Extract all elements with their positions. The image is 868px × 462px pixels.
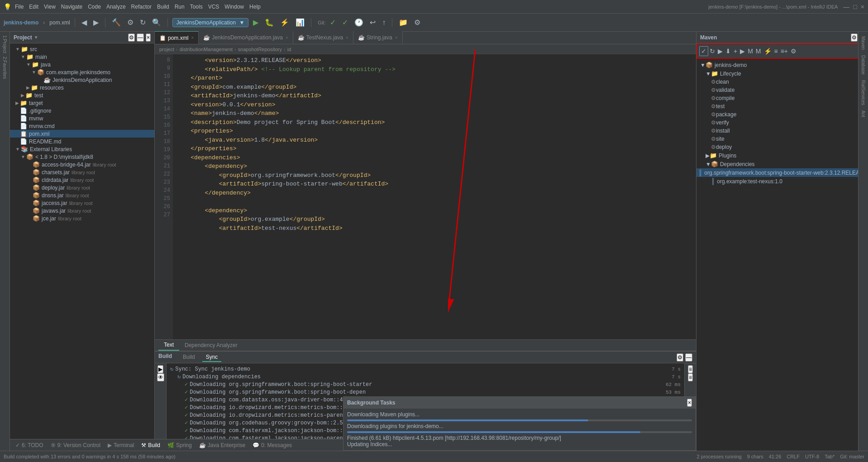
window-controls[interactable]: — □ × [843,3,864,10]
ant-side-tab[interactable]: Ant [860,108,867,120]
menu-navigate[interactable]: Navigate [61,4,82,10]
mvn-list2-btn[interactable]: ≡+ [779,47,789,56]
tab-close[interactable]: × [395,35,398,40]
mvn-site[interactable]: ⚙ site [696,135,868,143]
code-editor[interactable]: 8 9 10 11 12 13 14 15 16 17 18 19 20 21 … [155,54,696,339]
menu-run[interactable]: Run [175,4,185,10]
tree-item-jar-charsets[interactable]: ▶ 📦 charsets.jar library root [10,168,154,176]
mvn-download-btn[interactable]: ⬇ [724,47,732,56]
menu-tools[interactable]: Tools [190,4,203,10]
breadcrumb-item-project[interactable]: project [159,47,174,52]
mvn-skip-btn[interactable]: M [754,47,763,56]
tab-close[interactable]: × [191,35,194,40]
git-push[interactable]: ↑ [380,18,387,28]
menu-bar[interactable]: File Edit View Navigate Code Analyze Ref… [15,4,261,10]
mvn-lifecycle-btn[interactable]: ▶ [716,47,724,56]
project-dropdown-arrow[interactable]: ▼ [34,35,38,40]
menu-code[interactable]: Code [88,4,101,10]
breadcrumb-item-dist[interactable]: distributionManagement [180,47,233,52]
tree-item-app[interactable]: ▶ ☕ JenkinsDemoApplication [10,76,154,84]
profile-button[interactable]: 📊 [294,17,306,28]
mvn-package[interactable]: ⚙ package [696,110,868,119]
tab-close[interactable]: × [286,35,288,40]
build-right-btn2[interactable]: ≡ [688,373,693,381]
tree-item-jar-cldrdata[interactable]: ▶ 📦 cldrdata.jar library root [10,176,154,184]
maximize-button[interactable]: □ [853,3,857,10]
menu-analyze[interactable]: Analyze [106,4,126,10]
tree-item-jar-dnsns[interactable]: ▶ 📦 dnsns.jar library root [10,191,154,199]
text-tab[interactable]: Text [158,340,179,351]
tree-item-pomxml[interactable]: ▶ 📋 pom.xml [10,130,154,138]
build-tab-sync[interactable]: Sync [202,353,222,362]
bp-tab-todo[interactable]: ✓ 6: TODO [12,441,47,449]
tree-item-src[interactable]: ▼ 📁 src [10,45,154,53]
run-button[interactable]: ▶ [251,17,260,28]
tree-item-main[interactable]: ▼ 📁 main [10,53,154,61]
panel-close[interactable]: × [146,33,151,42]
mvn-install[interactable]: ⚙ install [696,127,868,135]
forward-button[interactable]: ▶ [91,17,100,28]
tree-item-jar-jce[interactable]: ▶ 📦 jce.jar library root [10,214,154,222]
menu-help[interactable]: Help [249,4,261,10]
mvn-compile[interactable]: ⚙ compile [696,94,868,102]
code-content[interactable]: <version>2.3.12.RELEASE</version> <relat… [173,54,696,339]
status-processes[interactable]: 2 processes running [697,454,742,459]
database-side-tab[interactable]: Database [860,52,867,77]
mvn-root[interactable]: ▼ 📦 jenkins-demo [696,61,868,69]
bp-tab-terminal[interactable]: ▶ Terminal [104,441,138,449]
tab-string[interactable]: ☕ String.java × [353,31,403,44]
bg-tasks-close[interactable]: × [687,399,692,407]
mvn-list-btn[interactable]: ≡ [773,47,779,56]
tree-item-mvnw[interactable]: ▶ 📄 mvnw [10,114,154,122]
build-project-button[interactable]: ⚙ [125,17,135,28]
tree-item-java[interactable]: ▼ 📁 java [10,61,154,68]
tab-close[interactable]: × [346,35,348,40]
build-tab-build[interactable]: Build [179,353,199,362]
tree-item-jar-deploy[interactable]: ▶ 📦 deploy.jar library root [10,184,154,191]
tree-item-target[interactable]: ▶ 📁 target [10,99,154,107]
build-right-btn1[interactable]: ≡ [688,365,693,373]
mvn-check-btn[interactable]: ✓ [699,46,708,56]
debug-button[interactable]: 🐛 [263,17,276,28]
menu-refactor[interactable]: Refactor [131,4,152,10]
breadcrumb-item-id[interactable]: id [287,47,291,52]
maven-settings-btn[interactable]: ⚙ [851,33,858,42]
tree-item-readme[interactable]: ▶ 📄 README.md [10,138,154,145]
back-button[interactable]: ◀ [80,17,89,28]
tab-jenkins[interactable]: ☕ JenkinsDemoApplication.java × [199,31,293,44]
mvn-lifecycle[interactable]: ▼ 📁 Lifecycle [696,69,868,78]
vcs-button[interactable]: 📁 [397,17,410,28]
bp-tab-build[interactable]: ⚒ Build [138,441,164,449]
maven-side-tab[interactable]: Maven [860,33,867,52]
mvn-settings2-btn[interactable]: ⚙ [789,47,798,56]
tree-item-mvnwcmd[interactable]: ▶ 📄 mvnw.cmd [10,122,154,130]
close-button[interactable]: × [861,3,864,10]
structure-tab[interactable]: 1:Project [1,33,8,55]
mvn-add-btn[interactable]: + [732,47,739,56]
dep-analyzer-tab[interactable]: Dependency Analyzer [179,340,243,350]
git-check2[interactable]: ✓ [340,17,350,28]
build-minimize[interactable]: — [685,353,692,362]
git-undo[interactable]: ↩ [368,17,377,28]
tab-pomxml[interactable]: 📋 pom.xml × [155,31,199,44]
mvn-deps[interactable]: ▼ 📦 Dependencies [696,160,868,168]
status-crlf[interactable]: CRLF [787,454,800,459]
menu-view[interactable]: View [44,4,56,10]
tree-item-gitignore[interactable]: ▶ 📄 .gitignore [10,107,154,114]
bp-tab-spring[interactable]: 🌿 Spring [164,441,196,449]
rail-side-tab[interactable]: RailServices [860,77,867,108]
menu-edit[interactable]: Edit [29,4,38,10]
tree-item-jdk[interactable]: ▼ 📦 < 1.8 > D:\myinstall\jdk8 [10,153,154,161]
tree-item-jar-access[interactable]: ▶ 📦 access-bridge-64.jar library root [10,161,154,168]
minimize-button[interactable]: — [843,3,849,10]
tree-item-resources[interactable]: ▶ 📁 resources [10,84,154,91]
build-button[interactable]: 🔨 [110,17,123,28]
menu-vcs[interactable]: VCS [208,4,219,10]
build-settings[interactable]: ⚙ [677,353,683,362]
status-utf8[interactable]: UTF-8 [805,454,819,459]
bp-tab-vcs[interactable]: ⑨ 9: Version Control [47,441,104,449]
menu-build[interactable]: Build [157,4,169,10]
mvn-plugins[interactable]: ▶ 📁 Plugins [696,151,868,160]
tree-item-package[interactable]: ▼ 📦 com.example.jenkinsdemo [10,68,154,76]
mvn-debug-btn[interactable]: M [746,47,754,56]
